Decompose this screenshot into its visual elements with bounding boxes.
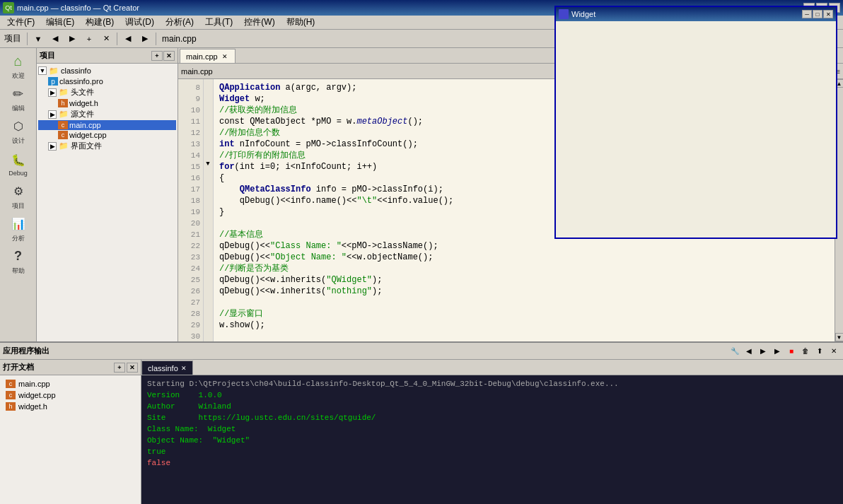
line-num-17: 17 bbox=[178, 184, 203, 195]
output-next-btn[interactable]: ▶ bbox=[757, 346, 769, 357]
tree-item-pro[interactable]: p classinfo.pro bbox=[38, 76, 176, 86]
tab-close-btn[interactable]: ✕ bbox=[221, 52, 229, 61]
toolbar-nav-forward[interactable]: ▶ bbox=[137, 32, 153, 46]
scroll-down-arrow[interactable]: ▼ bbox=[835, 333, 844, 341]
help-icon: ? bbox=[10, 248, 27, 265]
sidebar-item-debug[interactable]: 🐛 Debug bbox=[3, 148, 34, 180]
menu-widget[interactable]: 控件(W) bbox=[238, 15, 280, 30]
tree-item-sources[interactable]: ▶ 📁 源文件 bbox=[38, 108, 176, 120]
app-icon: Qt bbox=[3, 2, 14, 13]
editor-breadcrumb: main.cpp bbox=[181, 67, 213, 76]
fold-21 bbox=[204, 226, 212, 238]
bottom-close-btn[interactable]: ✕ bbox=[827, 346, 840, 357]
bottom-content: 打开文档 + ✕ c main.cpp c widget.cpp bbox=[0, 360, 843, 504]
code-line-23: qDebug()<<"Object Name: "<<w.objectName(… bbox=[219, 252, 829, 263]
output-stop-btn[interactable]: ■ bbox=[785, 346, 798, 357]
folder-headers-icon: 📁 bbox=[58, 88, 69, 98]
open-docs-panel: 打开文档 + ✕ c main.cpp c widget.cpp bbox=[0, 360, 141, 504]
toolbar-close-btn[interactable]: ✕ bbox=[98, 32, 114, 46]
project-panel-title: 项目 bbox=[40, 50, 55, 61]
tree-label-sources: 源文件 bbox=[71, 109, 94, 119]
output-line-7: true bbox=[147, 446, 837, 457]
widget-preview-window[interactable]: Widget ─ □ ✕ bbox=[554, 48, 837, 239]
tree-expand-ui[interactable]: ▶ bbox=[48, 142, 57, 151]
line-num-24: 24 bbox=[178, 263, 203, 274]
tree-item-ui[interactable]: ▶ 📁 界面文件 bbox=[38, 140, 176, 152]
tree-expand-classinfo[interactable]: ▼ bbox=[38, 66, 47, 75]
open-doc-widget-cpp[interactable]: c widget.cpp bbox=[3, 389, 138, 401]
bottom-toolbar-right: 🔧 ◀ ▶ ▶ ■ 🗑 ⬆ ✕ bbox=[728, 346, 840, 357]
sidebar-item-help[interactable]: ? 帮助 bbox=[3, 246, 34, 277]
toolbar-sep-2 bbox=[117, 33, 117, 45]
sidebar-item-welcome[interactable]: ⌂ 欢迎 bbox=[3, 51, 34, 82]
output-tabs-content: classinfo ✕ Starting D:\QtProjects\ch04\… bbox=[141, 360, 843, 504]
menu-analyze[interactable]: 分析(A) bbox=[160, 15, 199, 30]
menu-build[interactable]: 构建(B) bbox=[80, 15, 120, 30]
menu-debug[interactable]: 调试(D) bbox=[120, 15, 160, 30]
fold-28 bbox=[204, 305, 212, 317]
open-docs-close[interactable]: ✕ bbox=[127, 363, 138, 373]
bottom-area: 应用程序输出 🔧 ◀ ▶ ▶ ■ 🗑 ⬆ ✕ 打开文档 + ✕ bbox=[0, 341, 843, 504]
editor-filename: main.cpp bbox=[159, 34, 199, 44]
menu-tools[interactable]: 工具(T) bbox=[199, 15, 238, 30]
bottom-toolbar-left: 应用程序输出 bbox=[3, 346, 50, 356]
doc-cpp-icon-1: c bbox=[6, 380, 16, 388]
sidebar-item-design[interactable]: ⬡ 设计 bbox=[3, 116, 34, 147]
open-doc-widget-h[interactable]: h widget.h bbox=[3, 401, 138, 412]
code-line-24: //判断是否为基类 bbox=[219, 263, 829, 274]
fold-26 bbox=[204, 283, 212, 294]
editor-nav-left: main.cpp bbox=[181, 67, 213, 76]
toolbar-nav-back[interactable]: ◀ bbox=[120, 32, 136, 46]
editor-tab-label: main.cpp bbox=[186, 52, 218, 61]
line-num-28: 28 bbox=[178, 308, 203, 320]
doc-label-widget-h: widget.h bbox=[18, 402, 47, 411]
sidebar-item-project[interactable]: ⚙ 项目 bbox=[3, 181, 34, 212]
tree-label-headers: 头文件 bbox=[71, 87, 94, 98]
code-line-30 bbox=[219, 331, 829, 341]
project-panel-header: 项目 + ✕ bbox=[37, 48, 178, 64]
menu-edit[interactable]: 编辑(E) bbox=[40, 15, 80, 30]
open-doc-main-cpp[interactable]: c main.cpp bbox=[3, 378, 138, 389]
tree-item-main-cpp[interactable]: c main.cpp bbox=[38, 120, 176, 130]
header-icon: h bbox=[58, 99, 68, 107]
output-prev-btn[interactable]: ◀ bbox=[743, 346, 755, 357]
line-num-26: 26 bbox=[178, 286, 203, 297]
line-num-30: 30 bbox=[178, 331, 203, 341]
tree-expand-headers[interactable]: ▶ bbox=[48, 88, 57, 97]
bottom-float-btn[interactable]: ⬆ bbox=[813, 346, 826, 357]
fold-16 bbox=[204, 170, 212, 181]
menu-help[interactable]: 帮助(H) bbox=[281, 15, 321, 30]
toolbar-add-btn[interactable]: + bbox=[81, 32, 97, 46]
edit-icon: ✏ bbox=[10, 86, 27, 102]
line-num-12: 12 bbox=[178, 127, 203, 139]
output-filter-btn[interactable]: 🔧 bbox=[728, 346, 741, 357]
tree-expand-sources[interactable]: ▶ bbox=[48, 110, 57, 119]
output-clear-btn[interactable]: 🗑 bbox=[799, 346, 812, 357]
open-docs-add[interactable]: + bbox=[114, 363, 125, 373]
menu-file[interactable]: 文件(F) bbox=[1, 15, 40, 30]
toolbar-filter-btn[interactable]: ▼ bbox=[30, 32, 46, 46]
sidebar-item-analyze[interactable]: 📊 分析 bbox=[3, 213, 34, 245]
output-tab-classinfo[interactable]: classinfo ✕ bbox=[141, 361, 193, 375]
tree-item-widget-cpp[interactable]: c widget.cpp bbox=[38, 130, 176, 140]
toolbar-forward-btn[interactable]: ▶ bbox=[64, 32, 80, 46]
sidebar-item-edit[interactable]: ✏ 编辑 bbox=[3, 83, 34, 115]
project-panel-close[interactable]: ✕ bbox=[163, 51, 175, 61]
line-num-22: 22 bbox=[178, 240, 203, 252]
project-panel-add[interactable]: + bbox=[151, 51, 163, 61]
editor-tab-main-cpp[interactable]: main.cpp ✕ bbox=[180, 49, 236, 63]
fold-15[interactable]: ▼ bbox=[204, 158, 212, 170]
sidebar-welcome-label: 欢迎 bbox=[12, 71, 25, 81]
tree-item-classinfo[interactable]: ▼ 📁 classinfo bbox=[38, 65, 176, 76]
welcome-icon: ⌂ bbox=[10, 53, 27, 70]
output-tab-close[interactable]: ✕ bbox=[181, 365, 187, 372]
cpp-icon-main: c bbox=[58, 121, 68, 129]
fold-11 bbox=[204, 113, 212, 124]
toolbar-sep-3 bbox=[156, 33, 156, 45]
sidebar-edit-label: 编辑 bbox=[12, 104, 25, 113]
output-run-btn[interactable]: ▶ bbox=[771, 346, 784, 357]
line-num-29: 29 bbox=[178, 320, 203, 331]
toolbar-back-btn[interactable]: ◀ bbox=[47, 32, 63, 46]
tree-item-headers[interactable]: ▶ 📁 头文件 bbox=[38, 86, 176, 98]
tree-item-widget-h[interactable]: h widget.h bbox=[38, 98, 176, 108]
